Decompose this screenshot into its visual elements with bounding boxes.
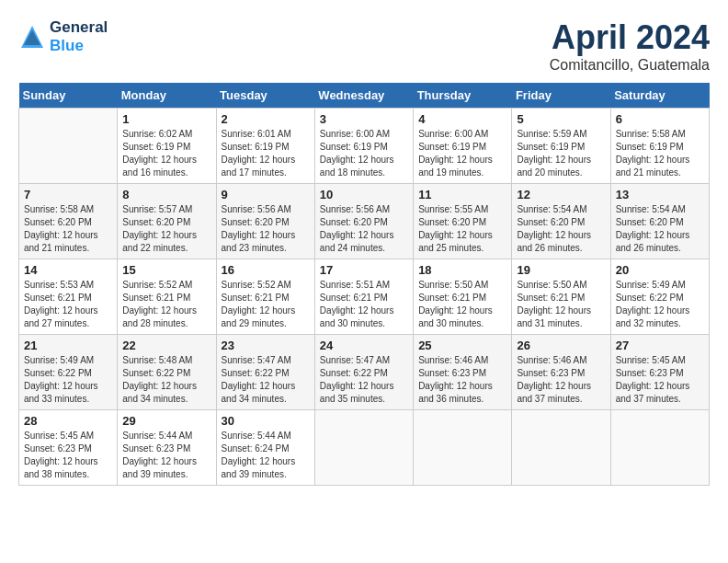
day-info: Sunrise: 5:59 AM Sunset: 6:19 PM Dayligh… bbox=[517, 128, 605, 179]
day-info: Sunrise: 5:57 AM Sunset: 6:20 PM Dayligh… bbox=[122, 203, 210, 255]
calendar-cell: 12Sunrise: 5:54 AM Sunset: 6:20 PM Dayli… bbox=[512, 184, 610, 259]
calendar-cell: 13Sunrise: 5:54 AM Sunset: 6:20 PM Dayli… bbox=[610, 184, 709, 259]
weekday-header-wednesday: Wednesday bbox=[314, 83, 413, 109]
day-number: 25 bbox=[418, 339, 506, 352]
day-number: 27 bbox=[616, 339, 704, 352]
calendar-cell bbox=[19, 109, 118, 184]
day-info: Sunrise: 5:47 AM Sunset: 6:22 PM Dayligh… bbox=[222, 354, 310, 406]
calendar-cell: 20Sunrise: 5:49 AM Sunset: 6:22 PM Dayli… bbox=[610, 259, 709, 335]
calendar-cell: 22Sunrise: 5:48 AM Sunset: 6:22 PM Dayli… bbox=[118, 335, 216, 410]
day-info: Sunrise: 5:49 AM Sunset: 6:22 PM Dayligh… bbox=[24, 354, 112, 406]
logo-text: General Blue bbox=[50, 18, 108, 55]
week-row-2: 14Sunrise: 5:53 AM Sunset: 6:21 PM Dayli… bbox=[19, 259, 710, 335]
calendar-table: SundayMondayTuesdayWednesdayThursdayFrid… bbox=[18, 83, 710, 486]
day-number: 1 bbox=[122, 112, 210, 126]
calendar-cell: 24Sunrise: 5:47 AM Sunset: 6:22 PM Dayli… bbox=[314, 335, 413, 410]
day-number: 8 bbox=[122, 188, 210, 201]
day-number: 13 bbox=[616, 188, 704, 201]
day-number: 7 bbox=[24, 188, 112, 201]
calendar-cell: 21Sunrise: 5:49 AM Sunset: 6:22 PM Dayli… bbox=[19, 335, 118, 410]
calendar-cell: 8Sunrise: 5:57 AM Sunset: 6:20 PM Daylig… bbox=[118, 184, 216, 259]
day-info: Sunrise: 6:00 AM Sunset: 6:19 PM Dayligh… bbox=[418, 128, 506, 179]
day-info: Sunrise: 6:01 AM Sunset: 6:19 PM Dayligh… bbox=[222, 128, 310, 179]
day-info: Sunrise: 5:46 AM Sunset: 6:23 PM Dayligh… bbox=[517, 354, 605, 406]
calendar-cell: 9Sunrise: 5:56 AM Sunset: 6:20 PM Daylig… bbox=[216, 184, 314, 259]
day-info: Sunrise: 6:02 AM Sunset: 6:19 PM Dayligh… bbox=[122, 128, 210, 179]
day-info: Sunrise: 5:56 AM Sunset: 6:20 PM Dayligh… bbox=[320, 203, 408, 255]
day-info: Sunrise: 5:44 AM Sunset: 6:24 PM Dayligh… bbox=[222, 430, 310, 481]
logo: General Blue bbox=[18, 18, 108, 55]
day-number: 14 bbox=[24, 263, 112, 277]
day-info: Sunrise: 5:51 AM Sunset: 6:21 PM Dayligh… bbox=[320, 279, 408, 330]
calendar-cell: 4Sunrise: 6:00 AM Sunset: 6:19 PM Daylig… bbox=[414, 109, 512, 184]
day-number: 18 bbox=[418, 263, 506, 277]
day-number: 29 bbox=[122, 414, 210, 428]
day-info: Sunrise: 5:58 AM Sunset: 6:20 PM Dayligh… bbox=[24, 203, 112, 255]
day-info: Sunrise: 5:53 AM Sunset: 6:21 PM Dayligh… bbox=[24, 279, 112, 330]
week-row-1: 7Sunrise: 5:58 AM Sunset: 6:20 PM Daylig… bbox=[19, 184, 710, 259]
week-row-4: 28Sunrise: 5:45 AM Sunset: 6:23 PM Dayli… bbox=[19, 410, 710, 486]
calendar-cell: 16Sunrise: 5:52 AM Sunset: 6:21 PM Dayli… bbox=[216, 259, 314, 335]
page-header: General Blue April 2024 Comitancillo, Gu… bbox=[18, 18, 710, 74]
day-number: 28 bbox=[24, 414, 112, 428]
day-info: Sunrise: 5:58 AM Sunset: 6:19 PM Dayligh… bbox=[616, 128, 704, 179]
day-number: 5 bbox=[517, 112, 605, 126]
day-info: Sunrise: 5:48 AM Sunset: 6:22 PM Dayligh… bbox=[122, 354, 210, 406]
day-info: Sunrise: 5:49 AM Sunset: 6:22 PM Dayligh… bbox=[616, 279, 704, 330]
weekday-header-friday: Friday bbox=[512, 83, 610, 109]
day-info: Sunrise: 5:56 AM Sunset: 6:20 PM Dayligh… bbox=[222, 203, 310, 255]
day-number: 2 bbox=[222, 112, 310, 126]
weekday-header-row: SundayMondayTuesdayWednesdayThursdayFrid… bbox=[19, 83, 710, 109]
calendar-cell: 26Sunrise: 5:46 AM Sunset: 6:23 PM Dayli… bbox=[512, 335, 610, 410]
day-number: 12 bbox=[517, 188, 605, 201]
calendar-cell: 18Sunrise: 5:50 AM Sunset: 6:21 PM Dayli… bbox=[414, 259, 512, 335]
title-block: April 2024 Comitancillo, Guatemala bbox=[550, 18, 710, 74]
day-number: 16 bbox=[222, 263, 310, 277]
day-number: 10 bbox=[320, 188, 408, 201]
day-info: Sunrise: 5:54 AM Sunset: 6:20 PM Dayligh… bbox=[616, 203, 704, 255]
calendar-cell: 23Sunrise: 5:47 AM Sunset: 6:22 PM Dayli… bbox=[216, 335, 314, 410]
day-number: 11 bbox=[418, 188, 506, 201]
logo-icon bbox=[18, 23, 46, 51]
calendar-cell bbox=[414, 410, 512, 486]
day-number: 23 bbox=[222, 339, 310, 352]
calendar-cell: 7Sunrise: 5:58 AM Sunset: 6:20 PM Daylig… bbox=[19, 184, 118, 259]
calendar-cell bbox=[314, 410, 413, 486]
weekday-header-saturday: Saturday bbox=[610, 83, 709, 109]
day-number: 26 bbox=[517, 339, 605, 352]
calendar-cell bbox=[610, 410, 709, 486]
day-number: 3 bbox=[320, 112, 408, 126]
day-number: 20 bbox=[616, 263, 704, 277]
day-info: Sunrise: 5:47 AM Sunset: 6:22 PM Dayligh… bbox=[320, 354, 408, 406]
day-number: 24 bbox=[320, 339, 408, 352]
calendar-cell: 19Sunrise: 5:50 AM Sunset: 6:21 PM Dayli… bbox=[512, 259, 610, 335]
day-info: Sunrise: 5:50 AM Sunset: 6:21 PM Dayligh… bbox=[418, 279, 506, 330]
day-info: Sunrise: 5:45 AM Sunset: 6:23 PM Dayligh… bbox=[616, 354, 704, 406]
calendar-cell: 10Sunrise: 5:56 AM Sunset: 6:20 PM Dayli… bbox=[314, 184, 413, 259]
weekday-header-thursday: Thursday bbox=[414, 83, 512, 109]
day-info: Sunrise: 5:52 AM Sunset: 6:21 PM Dayligh… bbox=[222, 279, 310, 330]
calendar-cell: 17Sunrise: 5:51 AM Sunset: 6:21 PM Dayli… bbox=[314, 259, 413, 335]
day-info: Sunrise: 5:54 AM Sunset: 6:20 PM Dayligh… bbox=[517, 203, 605, 255]
calendar-cell: 11Sunrise: 5:55 AM Sunset: 6:20 PM Dayli… bbox=[414, 184, 512, 259]
calendar-cell: 14Sunrise: 5:53 AM Sunset: 6:21 PM Dayli… bbox=[19, 259, 118, 335]
weekday-header-tuesday: Tuesday bbox=[216, 83, 314, 109]
calendar-cell: 30Sunrise: 5:44 AM Sunset: 6:24 PM Dayli… bbox=[216, 410, 314, 486]
calendar-cell: 3Sunrise: 6:00 AM Sunset: 6:19 PM Daylig… bbox=[314, 109, 413, 184]
calendar-cell: 29Sunrise: 5:44 AM Sunset: 6:23 PM Dayli… bbox=[118, 410, 216, 486]
week-row-0: 1Sunrise: 6:02 AM Sunset: 6:19 PM Daylig… bbox=[19, 109, 710, 184]
day-number: 22 bbox=[122, 339, 210, 352]
calendar-cell bbox=[512, 410, 610, 486]
day-info: Sunrise: 5:46 AM Sunset: 6:23 PM Dayligh… bbox=[418, 354, 506, 406]
calendar-cell: 5Sunrise: 5:59 AM Sunset: 6:19 PM Daylig… bbox=[512, 109, 610, 184]
day-number: 15 bbox=[122, 263, 210, 277]
location: Comitancillo, Guatemala bbox=[550, 57, 710, 74]
calendar-cell: 15Sunrise: 5:52 AM Sunset: 6:21 PM Dayli… bbox=[118, 259, 216, 335]
day-number: 6 bbox=[616, 112, 704, 126]
week-row-3: 21Sunrise: 5:49 AM Sunset: 6:22 PM Dayli… bbox=[19, 335, 710, 410]
day-info: Sunrise: 5:44 AM Sunset: 6:23 PM Dayligh… bbox=[122, 430, 210, 481]
weekday-header-monday: Monday bbox=[118, 83, 216, 109]
day-info: Sunrise: 6:00 AM Sunset: 6:19 PM Dayligh… bbox=[320, 128, 408, 179]
calendar-cell: 6Sunrise: 5:58 AM Sunset: 6:19 PM Daylig… bbox=[610, 109, 709, 184]
calendar-cell: 2Sunrise: 6:01 AM Sunset: 6:19 PM Daylig… bbox=[216, 109, 314, 184]
